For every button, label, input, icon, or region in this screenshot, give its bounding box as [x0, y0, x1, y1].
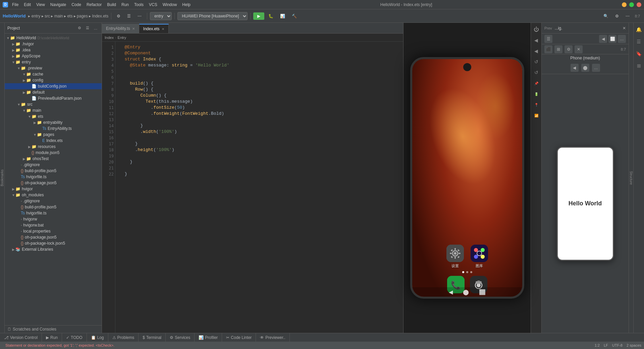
preview-settings2-btn[interactable]: ⚙	[565, 45, 573, 53]
tree-item-hvigorfile-ts[interactable]: Ts hvigorfile.ts	[5, 174, 102, 180]
tree-item-hvigor[interactable]: ▶ 📁 .hvigor	[5, 41, 102, 47]
tree-item-hvigorwbat[interactable]: · hvigorw.bat	[5, 222, 102, 228]
tree-item-gitignore[interactable]: · .gitignore	[5, 162, 102, 168]
tab-services[interactable]: ⚙ Services	[166, 333, 195, 342]
tab-close-btn[interactable]: ✕	[132, 27, 135, 31]
minimize-button[interactable]	[622, 2, 627, 7]
structure-label[interactable]: Structure	[629, 171, 633, 185]
close-button[interactable]	[637, 2, 641, 7]
tree-item-src[interactable]: ▼ 📁 src	[5, 101, 102, 107]
bookmarks-label[interactable]: Bookmarks	[0, 169, 4, 186]
heatmap-icon[interactable]: ⊞	[635, 62, 643, 70]
tree-item-resources[interactable]: ▶ 📁 resources	[5, 144, 102, 150]
tree-item-idea[interactable]: ▶ 📁 .idea	[5, 47, 102, 53]
menu-item-code[interactable]: Code	[71, 2, 81, 7]
preview-play-btn[interactable]: ◀	[571, 64, 579, 72]
run-config-selector[interactable]: entry	[150, 12, 172, 20]
tab-close-btn[interactable]: ✕	[162, 27, 164, 31]
debug-button[interactable]: 🐛	[266, 13, 276, 19]
tree-item-hvigor-root[interactable]: ▶ 📁 hvigor	[5, 186, 102, 192]
preview-expand-btn[interactable]: …	[592, 64, 600, 72]
tab-problems[interactable]: ⚠ Problems	[108, 333, 139, 342]
tab-previewer[interactable]: 👁 Previewer..	[256, 333, 289, 342]
settings-gear-button[interactable]: ⚙	[612, 13, 622, 19]
preview-tile-btn[interactable]: ⊞	[554, 45, 562, 53]
tree-item-entryability-ts[interactable]: Ts EntryAbility.ts	[5, 126, 102, 132]
bookmarks-sidebar[interactable]: Bookmarks	[0, 23, 5, 333]
location-icon[interactable]: 📍	[532, 101, 540, 109]
tree-item-appscope[interactable]: ▶ 📁 AppScope	[5, 53, 102, 59]
preview-forward-btn[interactable]: ⬜	[608, 35, 616, 43]
tree-item-default[interactable]: ▶ 📁 default	[5, 89, 102, 95]
tree-item-gitignore2[interactable]: · .gitignore	[5, 198, 102, 204]
wifi-icon[interactable]: 📶	[532, 111, 540, 119]
sidebar-settings-btn[interactable]: ⚙	[76, 25, 83, 32]
tree-item-ets[interactable]: ▼ 📁 ets	[5, 113, 102, 119]
status-indent[interactable]: 2 spaces	[627, 343, 641, 347]
app-icon-gallery[interactable]: 图库	[471, 245, 488, 268]
tree-item-ohpackage[interactable]: {} oh-package.json5	[5, 180, 102, 186]
tree-item-cache[interactable]: ▼ 📁 cache	[5, 71, 102, 77]
search-everywhere-button[interactable]: 🔍	[601, 13, 611, 19]
power-icon[interactable]: ⏻	[532, 26, 540, 34]
tree-item-ohpackage2[interactable]: {} oh-package.json5	[5, 234, 102, 240]
nav-square[interactable]: ⬜	[479, 289, 486, 295]
menu-item-vcs[interactable]: VCS	[149, 2, 157, 7]
tab-index-ets[interactable]: Index.ets ✕	[139, 24, 169, 33]
app-icon-settings[interactable]: 设置	[446, 245, 464, 268]
settings-button[interactable]: ⚙	[114, 13, 123, 19]
more-button[interactable]: ⋯	[623, 13, 632, 19]
menu-item-tools[interactable]: Tools	[134, 2, 144, 7]
sidebar-more-btn[interactable]: …	[92, 25, 99, 32]
tree-item-entryability[interactable]: ▶ 📁 entryability	[5, 119, 102, 126]
tree-item-pages[interactable]: ▼ 📁 pages	[5, 132, 102, 138]
more-options-button[interactable]: ⋯	[135, 13, 144, 19]
tree-item-entry[interactable]: ▼ 📁 entry	[5, 59, 102, 65]
rotate-left-icon[interactable]: ◀	[532, 36, 540, 44]
menu-item-navigate[interactable]: Navigate	[50, 2, 66, 7]
tab-terminal[interactable]: $ Terminal	[139, 333, 166, 342]
preview-rotate-btn[interactable]: ⬛	[544, 45, 552, 53]
device-selector[interactable]: HUAWEI Phone [HuaweiPhone]	[177, 12, 248, 20]
menu-item-refactor[interactable]: Refactor	[87, 2, 102, 7]
menu-item-run[interactable]: Run	[121, 2, 129, 7]
tree-item-hvigorfile2[interactable]: Ts hvigorfile.ts	[5, 210, 102, 216]
tree-item-preview[interactable]: ▼ 📁 .preview	[5, 65, 102, 71]
window-controls[interactable]	[622, 2, 641, 7]
tree-item-buildprofile[interactable]: {} build-profile.json5	[5, 168, 102, 174]
tree-item-module-json5[interactable]: {} module.json5	[5, 150, 102, 156]
tab-version-control[interactable]: ⎇ Version Control	[0, 333, 42, 342]
tab-todo[interactable]: ✓ TODO	[62, 333, 87, 342]
breadcrumb-index[interactable]: Index	[105, 36, 114, 40]
tree-item-config[interactable]: ▶ 📁 config	[5, 77, 102, 83]
nav-back[interactable]: ◀	[449, 289, 453, 295]
menu-item-help[interactable]: Help	[182, 2, 191, 7]
preview-back-btn[interactable]: ◀	[599, 35, 607, 43]
tree-item-hvigorw[interactable]: · hvigorw	[5, 216, 102, 222]
run-button[interactable]: ▶	[253, 12, 264, 20]
breadcrumb-entry[interactable]: Entry	[118, 36, 126, 40]
tab-entry-ability[interactable]: EntryAbility.ts ✕	[102, 24, 139, 33]
nav-home[interactable]: ⬤	[463, 289, 469, 295]
tree-item-oh-modules[interactable]: ▼ 📁 oh_modules	[5, 192, 102, 198]
tab-run[interactable]: ▶ Run	[42, 333, 62, 342]
tab-profiler[interactable]: 📊 Profiler	[195, 333, 222, 342]
tree-item-external-libs[interactable]: ▶ 📚 External Libraries	[5, 246, 102, 252]
tree-item-ohostest[interactable]: ▶ 📁 ohosTest	[5, 156, 102, 162]
menu-item-view[interactable]: View	[36, 2, 45, 7]
menu-item-edit[interactable]: Edit	[24, 2, 31, 7]
menu-item-file[interactable]: File	[12, 2, 18, 7]
tab-log[interactable]: 📋 Log	[87, 333, 108, 342]
refresh2-icon[interactable]: ↺	[532, 68, 540, 77]
pin-icon[interactable]: 📌	[532, 79, 540, 87]
tree-item-previewbuild[interactable]: 📄 PreviewBuildParam.json	[5, 95, 102, 101]
list-view-button[interactable]: ☰	[124, 13, 133, 19]
build-button[interactable]: 🔨	[289, 13, 300, 19]
preview-close-btn[interactable]: ✕	[623, 26, 626, 31]
notifications-icon[interactable]: 🔔	[635, 26, 643, 34]
tree-item-ohpackagelock[interactable]: {} oh-package-lock.json5	[5, 240, 102, 246]
sidebar-layout-btn[interactable]: ☰	[84, 25, 91, 32]
tree-item-localprops[interactable]: · local.properties	[5, 228, 102, 234]
preview-more-btn[interactable]: …	[618, 35, 626, 43]
scratches-section[interactable]: 🗒 Scratches and Consoles	[5, 325, 102, 333]
